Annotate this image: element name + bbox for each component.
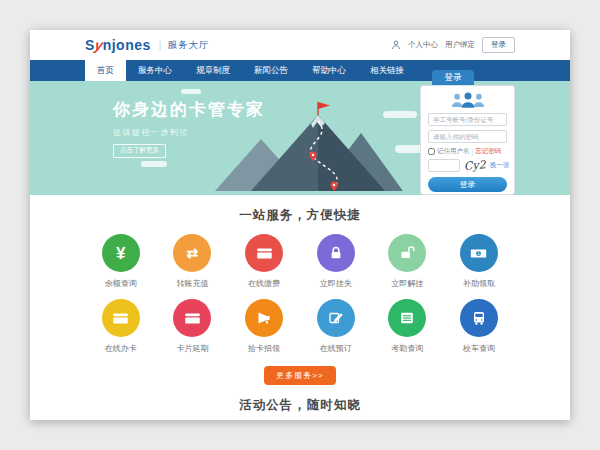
hero-text: 你身边的卡管专家 提供捷径一步到位 点击了解更多	[113, 98, 265, 158]
login-tab[interactable]: 登录	[432, 70, 474, 85]
nav-item-help-center[interactable]: 帮助中心	[300, 60, 358, 81]
nav-item-home[interactable]: 首页	[85, 60, 126, 81]
captcha-row: Cy2 换一张	[428, 159, 507, 172]
services-section: 一站服务，方便快捷 ¥ 余额查询 ⇄ 转账充值 在线缴费	[30, 207, 570, 385]
username-input[interactable]	[428, 113, 507, 126]
portal-page: Synjones | 服务大厅 个人中心 用户绑定 登录 首页 服务中心 规章制…	[30, 30, 570, 420]
service-transfer[interactable]: ⇄ 转账充值	[157, 234, 229, 289]
remember-row: 记住用户名 | 忘记密码	[428, 147, 507, 156]
service-online-payment[interactable]: 在线缴费	[228, 234, 300, 289]
password-input[interactable]	[428, 130, 507, 143]
remember-checkbox[interactable]	[428, 148, 435, 155]
hero-cta-button[interactable]: 点击了解更多	[113, 144, 166, 158]
site-name: 服务大厅	[167, 39, 209, 52]
announcements-title: 活动公告，随时知晓	[85, 397, 515, 414]
logo-text-rest: njones	[103, 37, 151, 53]
login-form: 记住用户名 | 忘记密码 Cy2 换一张 登录	[420, 85, 515, 195]
login-panel: 登录 记住用户名 | 忘记密码	[420, 70, 515, 195]
login-submit-button[interactable]: 登录	[428, 177, 507, 192]
cloud	[383, 111, 417, 118]
change-captcha-link[interactable]: 换一张	[490, 161, 510, 170]
service-online-booking[interactable]: 在线预订	[300, 299, 372, 354]
announcements-section: 活动公告，随时知晓 使用指南 最新公告 更多>> 使用指南 更多>>	[30, 397, 570, 420]
service-balance[interactable]: ¥ 余额查询	[85, 234, 157, 289]
service-card-extension[interactable]: 卡片延期	[157, 299, 229, 354]
forgot-password-link[interactable]: 忘记密码	[475, 147, 501, 156]
unlock-icon	[399, 245, 415, 261]
lock-icon	[328, 245, 344, 261]
service-attendance[interactable]: 考勤查询	[372, 299, 444, 354]
logo-divider: |	[159, 40, 162, 51]
users-group-icon	[448, 91, 488, 109]
nav-item-related-links[interactable]: 相关链接	[358, 60, 416, 81]
person-icon	[391, 40, 401, 50]
bank-card-icon	[256, 245, 273, 262]
service-school-bus[interactable]: 校车查询	[443, 299, 515, 354]
yuan-icon: ¥	[116, 245, 125, 262]
services-grid: ¥ 余额查询 ⇄ 转账充值 在线缴费	[85, 234, 515, 364]
header-user-area: 个人中心 用户绑定 登录	[391, 37, 515, 53]
header-login-button[interactable]: 登录	[482, 37, 515, 53]
separator: |	[472, 148, 474, 155]
edit-icon	[328, 310, 344, 326]
nav-item-regulations[interactable]: 规章制度	[184, 60, 242, 81]
bank-card-icon	[112, 310, 129, 327]
remember-label: 记住用户名	[437, 147, 470, 156]
attendance-list-icon	[399, 310, 415, 326]
service-apply-card[interactable]: 在线办卡	[85, 299, 157, 354]
cloud	[141, 161, 167, 167]
personal-center-link[interactable]: 个人中心	[408, 40, 438, 50]
service-subsidy[interactable]: 1 补助领取	[443, 234, 515, 289]
header: Synjones | 服务大厅 个人中心 用户绑定 登录	[30, 30, 570, 60]
service-lost-found[interactable]: 拾卡招领	[228, 299, 300, 354]
service-release-loss[interactable]: 立即解挂	[372, 234, 444, 289]
hero-subtitle: 提供捷径一步到位	[113, 127, 265, 138]
hero-title: 你身边的卡管专家	[113, 98, 265, 121]
services-title: 一站服务，方便快捷	[85, 207, 515, 224]
logo[interactable]: Synjones | 服务大厅	[85, 37, 209, 53]
bank-card-icon	[184, 310, 201, 327]
user-binding-link[interactable]: 用户绑定	[445, 40, 475, 50]
hero-banner: 你身边的卡管专家 提供捷径一步到位 点击了解更多	[30, 81, 570, 195]
service-report-loss[interactable]: 立即挂失	[300, 234, 372, 289]
nav-item-service-center[interactable]: 服务中心	[126, 60, 184, 81]
banknote-icon: 1	[470, 245, 487, 262]
bus-icon	[471, 310, 487, 326]
cloud	[181, 89, 201, 94]
transfer-arrows-icon: ⇄	[187, 246, 199, 260]
captcha-input[interactable]	[428, 159, 460, 172]
megaphone-icon	[256, 310, 272, 326]
more-services-button[interactable]: 更多服务>>	[264, 366, 335, 385]
nav-item-news[interactable]: 新闻公告	[242, 60, 300, 81]
browser-canvas: Synjones | 服务大厅 个人中心 用户绑定 登录 首页 服务中心 规章制…	[0, 0, 600, 450]
captcha-image[interactable]: Cy2	[463, 158, 486, 173]
